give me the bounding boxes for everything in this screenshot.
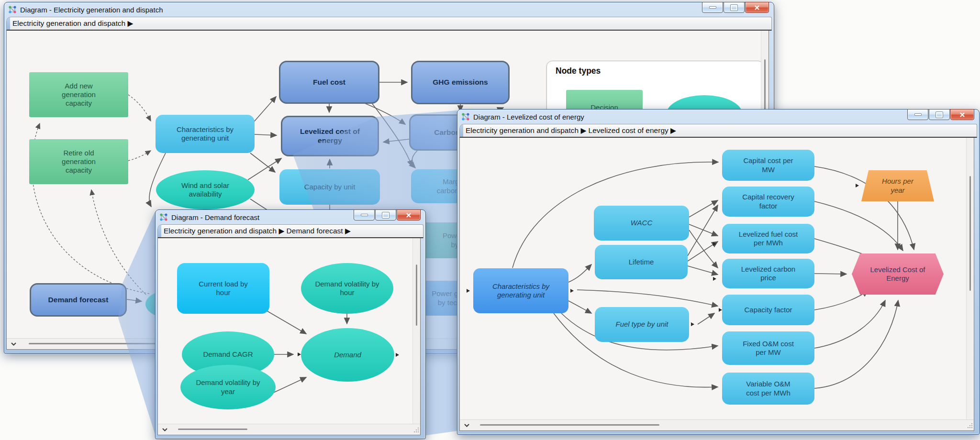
- node-ghg-emissions[interactable]: GHG emissions: [411, 61, 510, 104]
- close-button[interactable]: [950, 109, 974, 120]
- vertical-scrollbar[interactable]: [412, 238, 420, 424]
- breadcrumb[interactable]: Electricity generation and dispatch ▶ De…: [157, 224, 423, 238]
- resize-grip-icon[interactable]: [966, 423, 974, 428]
- node-fuel-cost[interactable]: Fuel cost: [279, 61, 379, 104]
- minimize-button[interactable]: [354, 209, 375, 220]
- titlebar[interactable]: Diagram - Levelized cost of energy: [459, 110, 977, 124]
- close-icon: [959, 112, 965, 117]
- vertical-scroll-thumb[interactable]: [764, 59, 766, 112]
- node-levelized-carbon-price[interactable]: Levelized carbon price: [722, 259, 814, 288]
- minimize-button[interactable]: [702, 2, 723, 13]
- minimize-icon: [709, 6, 716, 9]
- window-levelized-cost-of-energy[interactable]: Diagram - Levelized cost of energy Elect…: [457, 109, 980, 435]
- node-demand-forecast[interactable]: Demand forecast: [30, 283, 127, 317]
- node-add-new-generation-capacity[interactable]: Add new generation capacity: [29, 72, 128, 117]
- maximize-icon: [382, 212, 389, 218]
- horizontal-scrollbar[interactable]: [460, 419, 974, 430]
- node-capital-cost-per-mw[interactable]: Capital cost per MW: [722, 150, 814, 181]
- breadcrumb[interactable]: Electricity generation and dispatch ▶: [6, 17, 772, 31]
- node-capital-recovery-factor[interactable]: Capital recovery factor: [722, 187, 814, 217]
- maximize-button[interactable]: [724, 2, 745, 13]
- horizontal-scrollbar[interactable]: [158, 424, 420, 435]
- node-fuel-type-by-unit[interactable]: Fuel type by unit: [595, 307, 689, 342]
- node-fixed-om-cost-per-mw[interactable]: Fixed O&M cost per MW: [722, 331, 814, 365]
- breadcrumb-text: Electricity generation and dispatch ▶: [12, 19, 133, 28]
- horizontal-scroll-track[interactable]: [473, 420, 966, 430]
- horizontal-scroll-track[interactable]: [171, 424, 412, 435]
- diagram-canvas-lcoe[interactable]: Characteristics by generating unit WACC …: [459, 138, 974, 431]
- node-variable-om-cost-per-mwh[interactable]: Variable O&M cost per MWh: [722, 373, 814, 405]
- maximize-icon: [936, 112, 943, 118]
- node-levelized-fuel-cost-per-mwh[interactable]: Levelized fuel cost per MWh: [722, 224, 814, 253]
- maximize-button[interactable]: [375, 209, 396, 220]
- node-demand[interactable]: Demand: [301, 328, 394, 382]
- diagram-app-icon: [159, 213, 168, 221]
- diagram-canvas-demand[interactable]: Current load by hour Demand volatility b…: [157, 238, 421, 435]
- resize-grip-icon[interactable]: [412, 427, 420, 432]
- breadcrumb-text: Electricity generation and dispatch ▶ Le…: [466, 126, 676, 135]
- close-button[interactable]: [745, 2, 769, 13]
- scroll-chevron-icon[interactable]: [7, 342, 20, 346]
- window-title: Diagram - Electricity generation and dis…: [20, 6, 163, 14]
- diagram-app-icon: [8, 5, 17, 14]
- close-icon: [754, 5, 760, 10]
- vertical-scrollbar[interactable]: [966, 138, 974, 420]
- node-characteristics-by-generating-unit[interactable]: Characteristics by generating unit: [156, 115, 255, 153]
- node-demand-volatility-by-year[interactable]: Demand volatility by year: [180, 365, 276, 409]
- close-button[interactable]: [397, 209, 421, 220]
- node-levelized-cost-of-energy[interactable]: Levelized cost of energy: [281, 116, 379, 156]
- breadcrumb[interactable]: Electricity generation and dispatch ▶ Le…: [459, 124, 977, 138]
- close-icon: [406, 213, 412, 218]
- node-lifetime[interactable]: Lifetime: [595, 245, 688, 279]
- window-title: Diagram - Levelized cost of energy: [473, 113, 584, 121]
- minimize-icon: [361, 214, 368, 216]
- vertical-scroll-thumb[interactable]: [416, 264, 417, 326]
- node-demand-volatility-by-hour[interactable]: Demand volatility by hour: [301, 263, 393, 314]
- vertical-scroll-thumb[interactable]: [969, 176, 971, 291]
- minimize-icon: [914, 113, 922, 116]
- maximize-button[interactable]: [929, 109, 950, 120]
- node-capacity-by-unit[interactable]: Capacity by unit: [279, 169, 380, 205]
- node-capacity-factor[interactable]: Capacity factor: [722, 295, 814, 325]
- legend-title: Node types: [556, 66, 763, 76]
- scroll-chevron-icon[interactable]: [158, 428, 171, 432]
- scroll-chevron-icon[interactable]: [460, 423, 473, 428]
- titlebar[interactable]: Diagram - Demand forecast: [157, 210, 423, 224]
- horizontal-scroll-thumb[interactable]: [178, 429, 247, 430]
- node-current-load-by-hour[interactable]: Current load by hour: [177, 263, 269, 314]
- window-title: Diagram - Demand forecast: [171, 213, 259, 221]
- node-hours-per-year[interactable]: Hours per year: [861, 170, 934, 201]
- maximize-icon: [731, 5, 737, 11]
- minimize-button[interactable]: [907, 109, 928, 120]
- horizontal-scroll-thumb[interactable]: [480, 424, 659, 426]
- titlebar[interactable]: Diagram - Electricity generation and dis…: [6, 2, 772, 17]
- node-retire-old-generation-capacity[interactable]: Retire old generation capacity: [29, 139, 128, 184]
- window-demand-forecast[interactable]: Diagram - Demand forecast Electricity ge…: [155, 209, 426, 439]
- diagram-app-icon: [461, 112, 470, 121]
- node-wind-and-solar-availability[interactable]: Wind and solar availability: [156, 170, 255, 209]
- node-levelized-cost-of-energy-objective[interactable]: Levelized Cost of Energy: [852, 253, 944, 295]
- node-wacc[interactable]: WACC: [594, 206, 689, 241]
- node-characteristics-by-generating-unit-alias[interactable]: Characteristics by generating unit: [473, 268, 568, 313]
- breadcrumb-text: Electricity generation and dispatch ▶ De…: [164, 227, 351, 235]
